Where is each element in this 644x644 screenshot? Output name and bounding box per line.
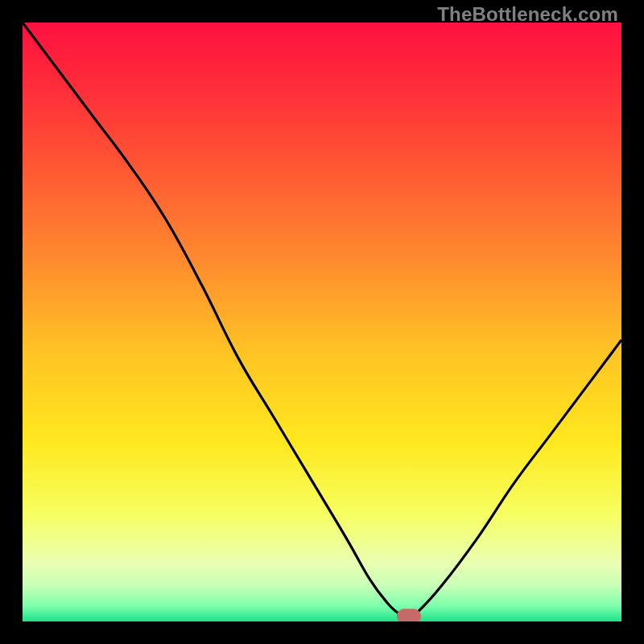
bottleneck-chart [23,23,621,621]
gradient-background [23,23,621,621]
plot-area [23,23,621,621]
optimum-marker [397,609,421,621]
chart-stage: TheBottleneck.com [0,0,644,644]
